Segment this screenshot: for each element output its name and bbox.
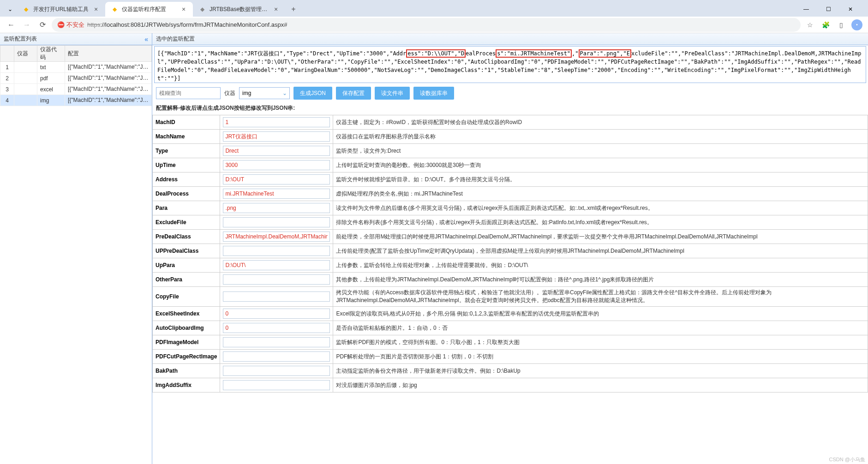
highlight-address: ess":"D:\\OUT","D xyxy=(406,49,466,58)
config-value-cell xyxy=(220,244,333,258)
tab-close-icon[interactable]: × xyxy=(92,6,100,13)
config-value-input[interactable] xyxy=(223,309,330,319)
config-value-input[interactable] xyxy=(223,274,330,285)
tab-favicon-icon: ◆ xyxy=(111,6,118,13)
read-db-string-button[interactable]: 读数据库串 xyxy=(413,87,454,100)
row-config: [{"MachID":"1","MachName":"JRT仪器 xyxy=(65,95,152,106)
generate-json-button[interactable]: 生成JSON xyxy=(293,87,332,100)
config-key: UpPara xyxy=(153,258,220,273)
chevron-down-icon[interactable]: ⌄ xyxy=(280,90,289,96)
row-number: 3 xyxy=(0,84,14,95)
config-value-input[interactable] xyxy=(223,131,330,142)
tab-close-icon[interactable]: × xyxy=(180,6,187,13)
config-value-input[interactable] xyxy=(223,189,330,199)
minimize-button[interactable]: — xyxy=(798,3,814,16)
forward-button[interactable]: → xyxy=(20,18,33,31)
config-desc: 监听类型，读文件为:Drect xyxy=(333,144,868,158)
watermark: CSDN @小乌鱼 xyxy=(829,456,865,463)
json-preview[interactable]: [{"MachID":"1","MachName":"JRT仪器接口","Typ… xyxy=(154,46,866,83)
col-header-instrument[interactable]: 仪器 xyxy=(14,46,37,62)
config-row: PDFImageModel监听解析PDF图片的模式，空得到所有图。0：只取小图，… xyxy=(153,335,868,350)
config-desc: 仪器主键，固定为：#RowID，监听获得配置时候会自动处理成仪器的RowID xyxy=(333,115,868,130)
config-key: MachName xyxy=(153,130,220,144)
tab-dropdown-icon[interactable]: ⌄ xyxy=(4,3,17,16)
row-config: [{"MachID":"1","MachName":"JRT仪器 xyxy=(65,62,152,73)
config-value-input[interactable] xyxy=(223,160,330,170)
browser-chrome: ⌄ ◆开发打开URL辅助工具×◆仪器监听程序配置×◆JRTBSBase数据管理工… xyxy=(0,0,868,33)
config-row: ExcelSheetIndexExcel限定的读取页码,格式从0开始，多个用,分… xyxy=(153,307,868,321)
detail-panel: 选中的监听配置 [{"MachID":"1","MachName":"JRT仪器… xyxy=(152,33,868,464)
config-scroll[interactable]: MachID仪器主键，固定为：#RowID，监听获得配置时候会自动处理成仪器的R… xyxy=(152,115,868,464)
config-desc: 排除文件名称列表(多个用英文逗号分隔)，或者以regex开头后面跟正则表达式匹配… xyxy=(333,215,868,230)
fuzzy-search-input[interactable] xyxy=(156,87,221,99)
new-tab-button[interactable]: + xyxy=(287,3,300,16)
row-number: 4 xyxy=(0,95,14,106)
warning-icon: ⛔ xyxy=(57,21,65,28)
config-value-input[interactable] xyxy=(223,380,330,390)
config-value-input[interactable] xyxy=(223,337,330,347)
config-value-cell xyxy=(220,115,333,130)
config-key: Address xyxy=(153,173,220,187)
read-file-string-button[interactable]: 读文件串 xyxy=(375,87,410,100)
config-desc: 对没后缀图片添加的后缀，如:jpg xyxy=(333,378,868,393)
config-key: CopyFile xyxy=(153,287,220,307)
table-row[interactable]: 1txt[{"MachID":"1","MachName":"JRT仪器 xyxy=(0,62,152,73)
config-desc: 其他参数，上传前处理为JRTMachineImpl.DealDemoM,JRTM… xyxy=(333,273,868,287)
config-key: Type xyxy=(153,144,220,158)
url-bar[interactable]: ⛔ 不安全 https://localhost:8081/JRTWeb/sys/… xyxy=(52,18,801,32)
row-number: 2 xyxy=(0,73,14,84)
reading-list-icon[interactable]: ▯ xyxy=(835,18,848,31)
browser-tab[interactable]: ◆开发打开URL辅助工具× xyxy=(17,2,105,17)
save-config-button[interactable]: 保存配置 xyxy=(336,87,371,100)
config-value-input[interactable] xyxy=(223,260,330,270)
table-row[interactable]: 4img[{"MachID":"1","MachName":"JRT仪器 xyxy=(0,95,152,106)
config-value-input[interactable] xyxy=(223,232,330,242)
config-value-input[interactable] xyxy=(223,203,330,213)
not-secure-label: ⛔ 不安全 xyxy=(57,21,84,29)
extensions-icon[interactable]: 🧩 xyxy=(819,18,832,31)
profile-avatar[interactable]: • xyxy=(850,18,863,31)
maximize-button[interactable]: ☐ xyxy=(820,3,837,16)
instrument-combo-input[interactable] xyxy=(239,90,280,96)
collapse-icon[interactable]: « xyxy=(144,36,148,43)
row-config: [{"MachID":"1","MachName":"JRT仪器 xyxy=(65,73,152,84)
config-row: Type监听类型，读文件为:Drect xyxy=(153,144,868,158)
config-row: MachName仪器接口在监听程序图标悬浮的显示名称 xyxy=(153,130,868,144)
address-row: ← → ⟳ ⛔ 不安全 https://localhost:8081/JRTWe… xyxy=(0,17,868,33)
browser-tab[interactable]: ◆仪器监听程序配置× xyxy=(105,2,193,17)
tab-close-icon[interactable]: × xyxy=(272,6,280,13)
col-header-code[interactable]: 仪器代码 xyxy=(37,46,65,62)
instrument-combo[interactable]: ⌄ xyxy=(239,87,290,99)
config-value-input[interactable] xyxy=(223,117,330,127)
config-value-input[interactable] xyxy=(223,174,330,184)
col-header-config[interactable]: 配置 xyxy=(65,46,152,62)
row-instrument xyxy=(14,84,37,95)
config-key: UPPreDealClass xyxy=(153,244,220,258)
tab-strip: ⌄ ◆开发打开URL辅助工具×◆仪器监听程序配置×◆JRTBSBase数据管理工… xyxy=(0,0,868,17)
config-value-input[interactable] xyxy=(223,366,330,376)
back-button[interactable]: ← xyxy=(5,18,18,31)
highlight-dealprocess: s":"mi.JRTMachineTest" xyxy=(496,49,572,58)
table-row[interactable]: 2pdf[{"MachID":"1","MachName":"JRT仪器 xyxy=(0,73,152,84)
config-value-input[interactable] xyxy=(223,246,330,256)
workspace: 监听配置列表 « 仪器 仪器代码 配置 1txt[{"MachID":"1","… xyxy=(0,33,868,464)
config-desc: 虚拟M处理程序的类全名,例如：mi.JRTMachineTest xyxy=(333,187,868,201)
table-row[interactable]: 3excel[{"MachID":"1","MachName":"JRT仪器 xyxy=(0,84,152,95)
row-instrument xyxy=(14,62,37,73)
config-value-input[interactable] xyxy=(223,323,330,333)
col-header-num[interactable] xyxy=(0,46,14,62)
star-icon[interactable]: ☆ xyxy=(803,18,816,31)
config-value-cell xyxy=(220,130,333,144)
action-toolbar: 仪器 ⌄ 生成JSON 保存配置 读文件串 读数据库串 xyxy=(152,85,868,101)
close-window-button[interactable]: ✕ xyxy=(842,3,859,16)
config-value-cell xyxy=(220,273,333,287)
reload-button[interactable]: ⟳ xyxy=(36,18,49,31)
config-value-input[interactable] xyxy=(223,351,330,362)
browser-tab[interactable]: ◆JRTBSBase数据管理工具× xyxy=(193,2,285,17)
config-value-input[interactable] xyxy=(223,291,330,302)
config-value-input[interactable] xyxy=(223,217,330,227)
config-key: OtherPara xyxy=(153,273,220,287)
config-value-input[interactable] xyxy=(223,146,330,156)
config-value-cell xyxy=(220,258,333,273)
config-explain-title: 配置解释-修改后请点生成JSON按钮把修改写到JSON串: xyxy=(152,101,868,115)
